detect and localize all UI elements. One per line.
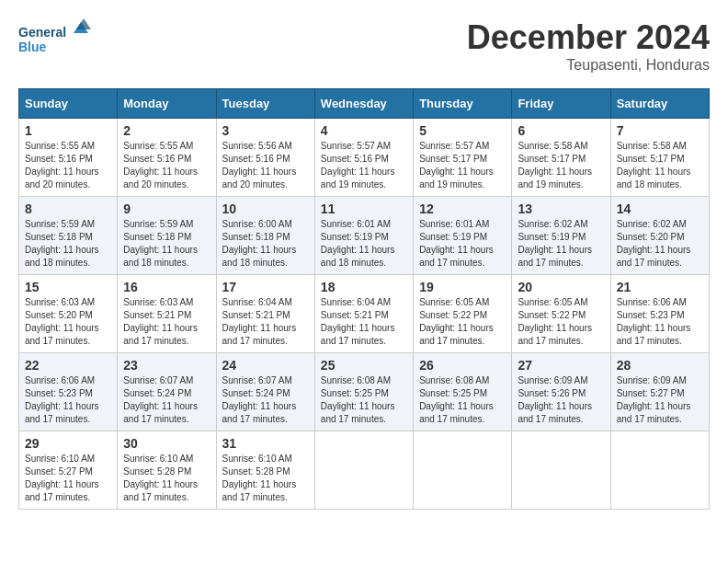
- calendar-cell: [610, 431, 709, 510]
- day-number: 20: [518, 280, 604, 294]
- day-number: 15: [25, 280, 111, 294]
- day-number: 8: [25, 201, 111, 216]
- calendar-cell: 1Sunrise: 5:55 AM Sunset: 5:16 PM Daylig…: [19, 119, 118, 197]
- day-number: 27: [518, 358, 604, 373]
- month-title: December 2024: [467, 18, 710, 57]
- day-info: Sunrise: 6:01 AM Sunset: 5:19 PM Dayligh…: [419, 218, 506, 270]
- day-number: 4: [321, 123, 407, 138]
- day-info: Sunrise: 5:59 AM Sunset: 5:18 PM Dayligh…: [25, 218, 111, 270]
- title-section: December 2024 Teupasenti, Honduras: [467, 18, 710, 74]
- day-info: Sunrise: 5:59 AM Sunset: 5:18 PM Dayligh…: [123, 218, 210, 270]
- day-info: Sunrise: 6:07 AM Sunset: 5:24 PM Dayligh…: [222, 374, 309, 426]
- day-info: Sunrise: 6:09 AM Sunset: 5:27 PM Dayligh…: [617, 374, 703, 426]
- day-info: Sunrise: 6:07 AM Sunset: 5:24 PM Dayligh…: [123, 374, 210, 426]
- calendar-week-row: 29Sunrise: 6:10 AM Sunset: 5:27 PM Dayli…: [19, 431, 710, 510]
- day-info: Sunrise: 6:10 AM Sunset: 5:28 PM Dayligh…: [123, 453, 210, 504]
- calendar-cell: 30Sunrise: 6:10 AM Sunset: 5:28 PM Dayli…: [118, 431, 216, 510]
- weekday-header: Saturday: [610, 89, 709, 119]
- calendar-cell: 27Sunrise: 6:09 AM Sunset: 5:26 PM Dayli…: [512, 353, 610, 431]
- calendar-cell: 19Sunrise: 6:05 AM Sunset: 5:22 PM Dayli…: [414, 275, 512, 353]
- calendar-cell: 13Sunrise: 6:02 AM Sunset: 5:19 PM Dayli…: [512, 197, 610, 275]
- calendar-cell: 24Sunrise: 6:07 AM Sunset: 5:24 PM Dayli…: [216, 353, 314, 431]
- day-info: Sunrise: 6:00 AM Sunset: 5:18 PM Dayligh…: [222, 218, 309, 270]
- day-number: 10: [222, 201, 309, 216]
- calendar-cell: 23Sunrise: 6:07 AM Sunset: 5:24 PM Dayli…: [118, 353, 216, 431]
- day-info: Sunrise: 6:10 AM Sunset: 5:27 PM Dayligh…: [25, 453, 111, 504]
- calendar-cell: 6Sunrise: 5:58 AM Sunset: 5:17 PM Daylig…: [512, 119, 610, 197]
- calendar-cell: 26Sunrise: 6:08 AM Sunset: 5:25 PM Dayli…: [414, 353, 512, 431]
- day-number: 25: [321, 358, 407, 373]
- calendar-cell: 2Sunrise: 5:55 AM Sunset: 5:16 PM Daylig…: [118, 119, 216, 197]
- calendar-cell: 3Sunrise: 5:56 AM Sunset: 5:16 PM Daylig…: [216, 119, 314, 197]
- day-info: Sunrise: 6:08 AM Sunset: 5:25 PM Dayligh…: [419, 374, 506, 426]
- day-info: Sunrise: 5:58 AM Sunset: 5:17 PM Dayligh…: [518, 140, 604, 191]
- day-info: Sunrise: 6:09 AM Sunset: 5:26 PM Dayligh…: [518, 374, 604, 426]
- calendar-cell: 10Sunrise: 6:00 AM Sunset: 5:18 PM Dayli…: [216, 197, 314, 275]
- weekday-header: Thursday: [414, 89, 512, 119]
- calendar-cell: [512, 431, 610, 510]
- day-info: Sunrise: 6:06 AM Sunset: 5:23 PM Dayligh…: [617, 296, 703, 348]
- calendar-cell: 8Sunrise: 5:59 AM Sunset: 5:18 PM Daylig…: [19, 197, 118, 275]
- day-number: 11: [321, 201, 407, 216]
- day-info: Sunrise: 6:02 AM Sunset: 5:20 PM Dayligh…: [617, 218, 703, 270]
- day-number: 19: [419, 280, 506, 294]
- day-info: Sunrise: 6:06 AM Sunset: 5:23 PM Dayligh…: [25, 374, 111, 426]
- day-info: Sunrise: 5:57 AM Sunset: 5:16 PM Dayligh…: [321, 140, 407, 191]
- calendar-cell: 4Sunrise: 5:57 AM Sunset: 5:16 PM Daylig…: [314, 119, 413, 197]
- day-number: 3: [222, 123, 309, 138]
- weekday-header: Monday: [118, 89, 216, 119]
- day-number: 30: [123, 436, 210, 451]
- day-info: Sunrise: 6:08 AM Sunset: 5:25 PM Dayligh…: [321, 374, 407, 426]
- day-number: 16: [123, 280, 210, 294]
- day-info: Sunrise: 6:03 AM Sunset: 5:21 PM Dayligh…: [123, 296, 210, 348]
- day-info: Sunrise: 5:55 AM Sunset: 5:16 PM Dayligh…: [123, 140, 210, 191]
- weekday-header: Wednesday: [314, 89, 413, 119]
- day-number: 21: [617, 280, 703, 294]
- day-info: Sunrise: 6:05 AM Sunset: 5:22 PM Dayligh…: [419, 296, 506, 348]
- calendar-cell: 18Sunrise: 6:04 AM Sunset: 5:21 PM Dayli…: [314, 275, 413, 353]
- weekday-header: Tuesday: [216, 89, 314, 119]
- day-info: Sunrise: 5:55 AM Sunset: 5:16 PM Dayligh…: [25, 140, 111, 191]
- calendar-cell: [414, 431, 512, 510]
- svg-text:General: General: [18, 25, 66, 40]
- day-number: 29: [25, 436, 111, 451]
- day-number: 28: [617, 358, 703, 373]
- calendar-cell: 7Sunrise: 5:58 AM Sunset: 5:17 PM Daylig…: [610, 119, 709, 197]
- calendar-week-row: 8Sunrise: 5:59 AM Sunset: 5:18 PM Daylig…: [19, 197, 710, 275]
- calendar-week-row: 15Sunrise: 6:03 AM Sunset: 5:20 PM Dayli…: [19, 275, 710, 353]
- day-info: Sunrise: 6:10 AM Sunset: 5:28 PM Dayligh…: [222, 453, 309, 504]
- calendar-cell: 20Sunrise: 6:05 AM Sunset: 5:22 PM Dayli…: [512, 275, 610, 353]
- calendar-cell: 17Sunrise: 6:04 AM Sunset: 5:21 PM Dayli…: [216, 275, 314, 353]
- calendar-table: SundayMondayTuesdayWednesdayThursdayFrid…: [18, 88, 710, 510]
- location-title: Teupasenti, Honduras: [467, 57, 710, 74]
- logo-svg: General Blue: [18, 18, 92, 60]
- day-info: Sunrise: 6:04 AM Sunset: 5:21 PM Dayligh…: [222, 296, 309, 348]
- calendar-cell: 21Sunrise: 6:06 AM Sunset: 5:23 PM Dayli…: [610, 275, 709, 353]
- weekday-header-row: SundayMondayTuesdayWednesdayThursdayFrid…: [19, 89, 710, 119]
- day-number: 17: [222, 280, 309, 294]
- header: General Blue December 2024 Teupasenti, H…: [18, 18, 710, 74]
- calendar-cell: 25Sunrise: 6:08 AM Sunset: 5:25 PM Dayli…: [314, 353, 413, 431]
- weekday-header: Friday: [512, 89, 610, 119]
- day-number: 7: [617, 123, 703, 138]
- day-number: 12: [419, 201, 506, 216]
- day-number: 13: [518, 201, 604, 216]
- day-info: Sunrise: 5:57 AM Sunset: 5:17 PM Dayligh…: [419, 140, 506, 191]
- calendar-cell: 14Sunrise: 6:02 AM Sunset: 5:20 PM Dayli…: [610, 197, 709, 275]
- day-info: Sunrise: 6:05 AM Sunset: 5:22 PM Dayligh…: [518, 296, 604, 348]
- day-number: 1: [25, 123, 111, 138]
- calendar-cell: 31Sunrise: 6:10 AM Sunset: 5:28 PM Dayli…: [216, 431, 314, 510]
- calendar-cell: 5Sunrise: 5:57 AM Sunset: 5:17 PM Daylig…: [414, 119, 512, 197]
- day-number: 14: [617, 201, 703, 216]
- calendar-cell: 16Sunrise: 6:03 AM Sunset: 5:21 PM Dayli…: [118, 275, 216, 353]
- day-info: Sunrise: 6:01 AM Sunset: 5:19 PM Dayligh…: [321, 218, 407, 270]
- day-number: 9: [123, 201, 210, 216]
- calendar-cell: 11Sunrise: 6:01 AM Sunset: 5:19 PM Dayli…: [314, 197, 413, 275]
- calendar-cell: [314, 431, 413, 510]
- calendar-cell: 9Sunrise: 5:59 AM Sunset: 5:18 PM Daylig…: [118, 197, 216, 275]
- calendar-cell: 28Sunrise: 6:09 AM Sunset: 5:27 PM Dayli…: [610, 353, 709, 431]
- calendar-cell: 12Sunrise: 6:01 AM Sunset: 5:19 PM Dayli…: [414, 197, 512, 275]
- day-info: Sunrise: 6:02 AM Sunset: 5:19 PM Dayligh…: [518, 218, 604, 270]
- logo: General Blue: [18, 18, 92, 60]
- calendar-week-row: 1Sunrise: 5:55 AM Sunset: 5:16 PM Daylig…: [19, 119, 710, 197]
